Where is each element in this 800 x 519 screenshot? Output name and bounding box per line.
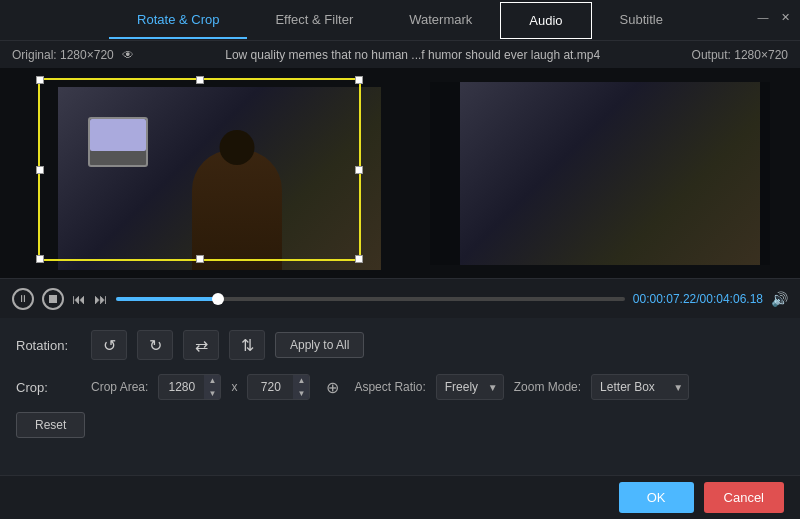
prev-button[interactable]: ⏮ [72, 291, 86, 307]
crop-width-input-wrapper: ▲ ▼ [158, 374, 221, 400]
tab-effect[interactable]: Effect & Filter [247, 2, 381, 39]
progress-bar[interactable] [116, 297, 625, 301]
video-area [0, 68, 800, 278]
crop-width-down[interactable]: ▼ [204, 387, 220, 400]
progress-fill [116, 297, 218, 301]
aspect-ratio-select[interactable]: Freely 16:9 4:3 1:1 [436, 374, 504, 400]
tv-screen [90, 119, 146, 151]
rotate-right-icon: ⇅ [241, 336, 254, 355]
close-button[interactable]: ✕ [778, 10, 792, 24]
crop-height-down[interactable]: ▼ [293, 387, 309, 400]
figure-silhouette [192, 150, 282, 270]
zoom-mode-label: Zoom Mode: [514, 380, 581, 394]
stop-icon [49, 295, 57, 303]
reset-row: Reset [16, 412, 784, 438]
rotate-left-icon: ⇄ [195, 336, 208, 355]
dark-bar-right-left [430, 82, 460, 265]
info-bar: Original: 1280×720 👁 Low quality memes t… [0, 40, 800, 68]
crop-height-input[interactable] [248, 380, 293, 394]
center-crop-button[interactable]: ⊕ [320, 375, 344, 399]
crop-area-label: Crop Area: [91, 380, 148, 394]
original-info: Original: 1280×720 👁 [12, 48, 134, 62]
bottom-bar: OK Cancel [0, 475, 800, 519]
crop-label: Crop: [16, 380, 81, 395]
ok-button[interactable]: OK [619, 482, 694, 513]
rotate-flip-h-button[interactable]: ↺ [91, 330, 127, 360]
video-content-left [58, 87, 381, 270]
zoom-mode-select[interactable]: Letter Box Pan & Scan Full [591, 374, 689, 400]
pause-icon: ⏸ [18, 293, 28, 304]
video-content-right [430, 82, 770, 265]
flip-v-icon: ↻ [149, 336, 162, 355]
zoom-mode-select-wrapper: Letter Box Pan & Scan Full ▼ [591, 374, 689, 400]
playback-bar: ⏸ ⏮ ⏭ 00:00:07.22/00:04:06.18 🔊 [0, 278, 800, 318]
rotate-right-button[interactable]: ⇅ [229, 330, 265, 360]
cancel-button[interactable]: Cancel [704, 482, 784, 513]
rotate-flip-v-button[interactable]: ↻ [137, 330, 173, 360]
tab-watermark[interactable]: Watermark [381, 2, 500, 39]
tab-audio[interactable]: Audio [500, 2, 591, 39]
x-separator: x [231, 380, 237, 394]
output-info: Output: 1280×720 [692, 48, 788, 62]
crop-handle-tr[interactable] [355, 76, 363, 84]
rotation-label: Rotation: [16, 338, 81, 353]
minimize-button[interactable]: — [756, 10, 770, 24]
crop-height-up[interactable]: ▲ [293, 374, 309, 387]
dark-bar-right-right [760, 82, 770, 265]
apply-to-all-button[interactable]: Apply to All [275, 332, 364, 358]
video-frame-left [58, 87, 381, 270]
crop-width-input[interactable] [159, 380, 204, 394]
video-preview-right [400, 68, 800, 278]
crop-height-input-wrapper: ▲ ▼ [247, 374, 310, 400]
reset-button[interactable]: Reset [16, 412, 85, 438]
tab-rotate[interactable]: Rotate & Crop [109, 2, 247, 39]
volume-button[interactable]: 🔊 [771, 291, 788, 307]
next-button[interactable]: ⏭ [94, 291, 108, 307]
figure-head [220, 130, 255, 165]
tab-subtitle[interactable]: Subtitle [592, 2, 691, 39]
eye-icon[interactable]: 👁 [122, 48, 134, 62]
tv-in-video [88, 117, 148, 167]
window-controls: — ✕ [756, 10, 792, 24]
crop-height-spinners: ▲ ▼ [293, 374, 309, 400]
crop-handle-tc[interactable] [196, 76, 204, 84]
crop-row: Crop: Crop Area: ▲ ▼ x ▲ ▼ ⊕ Aspect Rati… [16, 374, 784, 400]
rotate-left-button[interactable]: ⇄ [183, 330, 219, 360]
play-pause-button[interactable]: ⏸ [12, 288, 34, 310]
controls-area: Rotation: ↺ ↻ ⇄ ⇅ Apply to All Crop: Cro… [0, 318, 800, 450]
stop-button[interactable] [42, 288, 64, 310]
flip-h-icon: ↺ [103, 336, 116, 355]
crop-width-up[interactable]: ▲ [204, 374, 220, 387]
tab-bar: Rotate & Crop Effect & Filter Watermark … [109, 2, 691, 39]
progress-thumb[interactable] [212, 293, 224, 305]
rotation-row: Rotation: ↺ ↻ ⇄ ⇅ Apply to All [16, 330, 784, 360]
aspect-ratio-select-wrapper: Freely 16:9 4:3 1:1 ▼ [436, 374, 504, 400]
dark-bar-left [0, 78, 38, 261]
filename-display: Low quality memes that no human ...f hum… [134, 48, 692, 62]
time-display: 00:00:07.22/00:04:06.18 [633, 292, 763, 306]
crop-width-spinners: ▲ ▼ [204, 374, 220, 400]
video-frame-right [430, 82, 770, 265]
video-preview-left [0, 68, 400, 278]
aspect-ratio-label: Aspect Ratio: [354, 380, 425, 394]
title-bar: Rotate & Crop Effect & Filter Watermark … [0, 0, 800, 40]
